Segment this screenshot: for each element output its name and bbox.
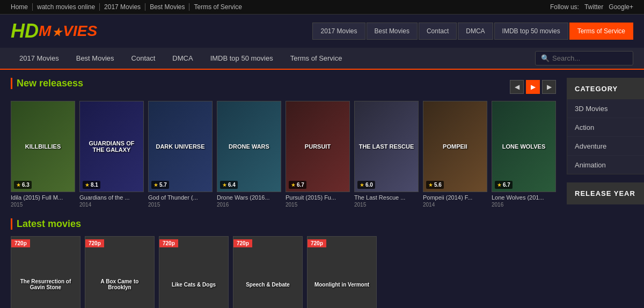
nav-imdb[interactable]: IMDB top 50 movies xyxy=(202,48,282,69)
header-nav-2017[interactable]: 2017 Movies xyxy=(312,23,365,40)
star-icon: ★ xyxy=(291,182,296,188)
main-content: New releasess ◀ ▶ ▶ KILLBILLIES ★ 6.3 Id… xyxy=(11,78,556,308)
top-bar-links: Home watch movies online 2017 Movies Bes… xyxy=(11,3,246,11)
follow-label: Follow us: xyxy=(550,3,579,11)
nav-tos[interactable]: Terms of Service xyxy=(282,48,351,69)
carousel-next[interactable]: ▶ xyxy=(542,80,556,94)
movie-card[interactable]: LONE WOLVES ★ 6.7 Lone Wolves (201... 20… xyxy=(492,101,556,208)
carousel-nav: ◀ ▶ ▶ xyxy=(510,80,556,94)
nav-dmca[interactable]: DMCA xyxy=(164,48,201,69)
movie-card[interactable]: DRONE WARS ★ 6.4 Drone Wars (2016... 201… xyxy=(217,101,281,208)
poster-text: THE LAST RESCUE xyxy=(355,101,418,192)
movie-card[interactable]: THE LAST RESCUE ★ 6.0 The Last Rescue ..… xyxy=(354,101,419,208)
movie-year: 2015 xyxy=(286,202,350,208)
latest-card[interactable]: 720p The Resurrection of Gavin Stone xyxy=(11,236,80,308)
latest-card[interactable]: 720p Speech & Debate xyxy=(233,236,303,308)
movie-title: Pompeii (2014) F... xyxy=(423,194,487,201)
topbar-link-best[interactable]: Best Movies xyxy=(145,3,189,11)
topbar-link-tos[interactable]: Terms of Service xyxy=(189,3,246,11)
latest-poster: 720p A Box Came to Brooklyn xyxy=(85,236,155,308)
movie-title: Idila (2015) Full M... xyxy=(11,194,75,201)
google-link[interactable]: Google+ xyxy=(609,3,633,11)
category-item[interactable]: Action 527 xyxy=(567,118,644,137)
movie-rating: ★ 8.1 xyxy=(83,181,100,189)
movie-card[interactable]: KILLBILLIES ★ 6.3 Idila (2015) Full M...… xyxy=(11,101,75,208)
movie-year: 2015 xyxy=(148,202,213,208)
star-icon: ★ xyxy=(16,182,21,188)
latest-movies-title: Latest movies xyxy=(11,218,556,230)
category-name: Action xyxy=(575,123,594,131)
main-nav: 2017 Movies Best Movies Contact DMCA IMD… xyxy=(0,48,644,70)
movie-card[interactable]: DARK UNIVERSE ★ 5.7 God of Thunder (... … xyxy=(148,101,213,208)
header: HD M★VIES 2017 Movies Best Movies Contac… xyxy=(0,14,644,48)
movie-rating: ★ 6.3 xyxy=(14,181,32,189)
header-nav-best[interactable]: Best Movies xyxy=(367,23,418,40)
star-icon: ★ xyxy=(428,182,433,188)
topbar-link-2017[interactable]: 2017 Movies xyxy=(100,3,145,11)
movie-rating: ★ 5.7 xyxy=(151,181,169,189)
header-nav: 2017 Movies Best Movies Contact DMCA IMD… xyxy=(312,23,633,40)
header-nav-dmca[interactable]: DMCA xyxy=(458,23,493,40)
movie-card[interactable]: POMPEII ★ 5.6 Pompeii (2014) F... 2014 xyxy=(423,101,487,208)
movie-poster: PURSUIT ★ 6.7 xyxy=(286,101,350,192)
quality-badge: 720p xyxy=(11,239,30,247)
quality-badge: 720p xyxy=(85,239,104,247)
main-nav-links: 2017 Movies Best Movies Contact DMCA IMD… xyxy=(11,48,350,69)
movie-year: 2016 xyxy=(492,202,556,208)
latest-card[interactable]: 720p A Box Came to Brooklyn xyxy=(85,236,155,308)
movie-poster: DRONE WARS ★ 6.4 xyxy=(217,101,281,192)
search-input[interactable] xyxy=(552,54,627,62)
movie-poster: POMPEII ★ 5.6 xyxy=(423,101,487,192)
rating-number: 5.7 xyxy=(159,182,167,188)
new-releases-title: New releasess xyxy=(11,78,83,89)
category-section: CATEGORY ⬇ 3D Movies 10 Action 527 Adven… xyxy=(567,78,644,174)
category-item[interactable]: 3D Movies 10 xyxy=(567,99,644,118)
rating-number: 6.3 xyxy=(22,182,30,188)
movie-poster: THE LAST RESCUE ★ 6.0 xyxy=(354,101,419,192)
movie-card[interactable]: GUARDIANS OF THE GALAXY ★ 8.1 Guardians … xyxy=(79,101,144,208)
header-nav-imdb[interactable]: IMDB top 50 movies xyxy=(494,23,568,40)
latest-poster: 720p Speech & Debate xyxy=(233,236,303,308)
category-title: CATEGORY xyxy=(575,85,618,93)
category-name: 3D Movies xyxy=(575,105,608,113)
topbar-link-home[interactable]: Home xyxy=(11,3,33,11)
poster-text: DRONE WARS xyxy=(217,101,281,192)
category-list: 3D Movies 10 Action 527 Adventure 313 An… xyxy=(567,99,644,174)
movie-year: 2015 xyxy=(11,202,75,208)
movie-title: Pursuit (2015) Fu... xyxy=(286,194,350,201)
movie-card[interactable]: PURSUIT ★ 6.7 Pursuit (2015) Fu... 2015 xyxy=(286,101,350,208)
quality-badge: 720p xyxy=(308,239,326,247)
rating-number: 6.7 xyxy=(503,182,510,188)
poster-text: KILLBILLIES xyxy=(11,101,75,192)
movie-title: God of Thunder (... xyxy=(148,194,213,201)
movie-rating: ★ 6.7 xyxy=(495,181,513,189)
star-icon: ★ xyxy=(497,182,502,188)
logo-hd: HD xyxy=(11,20,39,42)
logo[interactable]: HD M★VIES xyxy=(11,20,97,42)
poster-text: POMPEII xyxy=(423,101,487,192)
nav-2017[interactable]: 2017 Movies xyxy=(11,48,68,69)
header-nav-contact[interactable]: Contact xyxy=(419,23,457,40)
movie-poster: KILLBILLIES ★ 6.3 xyxy=(11,101,75,192)
movie-rating: ★ 5.6 xyxy=(426,181,444,189)
nav-contact[interactable]: Contact xyxy=(123,48,164,69)
top-bar-social: Follow us: Twitter Google+ xyxy=(550,3,633,11)
latest-card[interactable]: 720p Like Cats & Dogs xyxy=(159,236,229,308)
topbar-link-watch[interactable]: watch movies online xyxy=(33,3,100,11)
carousel-header: New releasess ◀ ▶ ▶ xyxy=(11,78,556,96)
carousel-prev[interactable]: ◀ xyxy=(510,80,524,94)
latest-card[interactable]: 720p Moonlight in Vermont xyxy=(307,236,377,308)
star-icon: ★ xyxy=(85,182,90,188)
movie-year: 2014 xyxy=(423,202,487,208)
category-item[interactable]: Animation 119 xyxy=(567,156,644,174)
header-nav-tos[interactable]: Terms of Service xyxy=(569,23,633,40)
nav-best[interactable]: Best Movies xyxy=(68,48,123,69)
star-icon: ★ xyxy=(222,182,227,188)
category-item[interactable]: Adventure 313 xyxy=(567,137,644,156)
content: New releasess ◀ ▶ ▶ KILLBILLIES ★ 6.3 Id… xyxy=(0,70,644,308)
rating-number: 8.1 xyxy=(91,182,98,188)
twitter-link[interactable]: Twitter xyxy=(584,3,603,11)
movie-year: 2014 xyxy=(79,202,144,208)
carousel-play[interactable]: ▶ xyxy=(526,80,540,94)
star-icon: ★ xyxy=(153,182,158,188)
